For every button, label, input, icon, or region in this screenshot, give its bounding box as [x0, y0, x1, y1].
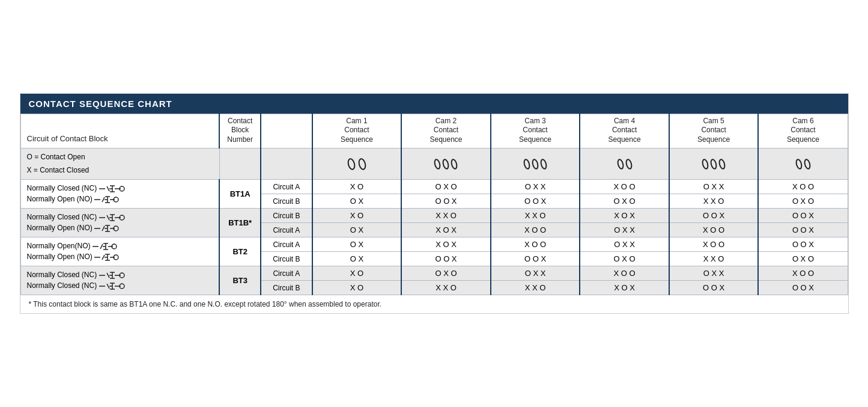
bt2-circuit-b-name: Circuit B	[261, 252, 312, 266]
svg-point-4	[451, 159, 458, 170]
bt2-cam6-b: O X O	[758, 252, 848, 266]
bt3-cam3-b: X X O	[491, 281, 580, 295]
cam-ellipse-icon	[451, 158, 458, 170]
bt1a-cam2-b: O O X	[401, 194, 491, 209]
bt2-cam1-a: O X	[312, 237, 402, 252]
no-circuit-icon	[94, 252, 121, 263]
bt3-circuit-a-name: Circuit A	[261, 266, 312, 281]
table-header-row: Circuit of Contact Block ContactBlockNum…	[20, 114, 848, 148]
bt1a-cam5-a: O X X	[669, 180, 759, 194]
bt3-cam5-a: O X X	[669, 266, 759, 281]
cam2-header: Cam 2ContactSequence	[401, 114, 491, 148]
cam-ellipse-icon	[540, 158, 547, 170]
svg-point-5	[523, 159, 530, 170]
svg-point-14	[804, 159, 811, 170]
bt1a-no-label: Normally Open (NO)	[27, 195, 95, 203]
no-circuit-icon	[93, 241, 119, 252]
bt1a-cam1-a: X O	[312, 180, 402, 194]
bt1b-cam2-b: X O X	[401, 223, 491, 237]
svg-point-6	[532, 159, 539, 170]
bt3-circuit-col: Normally Closed (NC) Normally Closed (NC…	[20, 266, 219, 295]
footnote-text: * This contact block is same as BT1A one…	[20, 295, 848, 313]
cam-ellipse-icon	[523, 158, 530, 170]
bt3-cam3-a: O X X	[491, 266, 580, 281]
bt1b-cam3-a: X X O	[491, 209, 580, 223]
cam-ellipse-icon	[442, 158, 449, 170]
bt1b-circuit-a-name: Circuit B	[261, 209, 312, 223]
bt2-cam2-a: X O X	[401, 237, 491, 252]
bt1a-cam3-b: O O X	[491, 194, 580, 209]
bt2-circuit-a-name: Circuit A	[261, 237, 312, 252]
bt1a-circuit-a-name: Circuit A	[261, 180, 312, 194]
cam5-diagram	[669, 148, 759, 180]
svg-point-1	[358, 158, 366, 170]
svg-line-16	[107, 186, 109, 191]
legend-row: O = Contact OpenX = Contact Closed	[20, 148, 848, 180]
bt2-cam3-a: X O O	[491, 237, 580, 252]
circuit-col-header: Circuit of Contact Block	[20, 114, 219, 148]
legend-text: O = Contact OpenX = Contact Closed	[20, 148, 219, 180]
bt3-block-number: BT3	[219, 266, 261, 295]
nc-circuit-icon	[99, 281, 128, 292]
cam-ellipse-icon	[434, 158, 441, 170]
cam-ellipse-icon	[625, 158, 633, 170]
bt1a-nc-label: Normally Closed (NC)	[27, 184, 99, 192]
bt1b-cam1-a: X O	[312, 209, 402, 223]
svg-line-48	[100, 244, 103, 249]
bt3-circuit-b-name: Circuit B	[261, 281, 312, 295]
bt1b-no-label: Normally Open (NO)	[27, 224, 95, 232]
bt1b-cam3-b: X O O	[491, 223, 580, 237]
bt2-circuit-col: Normally Open(NO) Normally Open (NO)	[20, 237, 219, 266]
bt1a-cam6-a: X O O	[758, 180, 848, 194]
nc-circuit-icon	[99, 183, 128, 194]
cam-ellipse-icon	[710, 158, 717, 170]
bt1a-cam4-b: O X O	[580, 194, 669, 209]
bt2-no2-label: Normally Open (NO)	[27, 252, 95, 261]
bt1b-block-number: BT1B*	[219, 209, 261, 237]
cam-ellipse-icon	[347, 158, 356, 171]
legend-circuit-empty	[261, 148, 312, 180]
cam-label-header	[261, 114, 312, 148]
cam6-header: Cam 6ContactSequence	[758, 114, 848, 148]
bt1b-cam1-b: O X	[312, 223, 402, 237]
svg-point-9	[625, 159, 633, 170]
bt3-cam6-b: O O X	[758, 281, 848, 295]
bt1b-cam5-a: O O X	[669, 209, 759, 223]
bt2-cam5-b: X X O	[669, 252, 759, 266]
svg-point-0	[347, 158, 356, 170]
cam1-diagram	[312, 148, 402, 180]
cam1-header: Cam 1ContactSequence	[312, 114, 402, 148]
bt2-block-number: BT2	[219, 237, 261, 266]
svg-point-10	[702, 159, 709, 170]
bt3-cam6-a: X O O	[758, 266, 848, 281]
chart-title: CONTACT SEQUENCE CHART	[20, 94, 848, 114]
cam6-diagram	[758, 148, 848, 180]
nc-circuit-icon	[99, 212, 128, 223]
bt2-row-a: Normally Open(NO) Normally Open (NO)	[20, 237, 848, 252]
svg-line-24	[102, 197, 105, 202]
bt1a-cam1-b: O X	[312, 194, 402, 209]
svg-point-8	[617, 159, 624, 170]
bt2-cam5-a: X O O	[669, 237, 759, 252]
bt2-cam4-b: O X O	[580, 252, 669, 266]
svg-line-72	[107, 284, 109, 289]
cam3-header: Cam 3ContactSequence	[491, 114, 580, 148]
svg-point-11	[710, 159, 717, 170]
bt1a-block-number: BT1A	[219, 180, 261, 209]
bt3-cam2-b: X X O	[401, 281, 491, 295]
bt3-nc2-label: Normally Closed (NC)	[27, 281, 99, 290]
bt1a-cam4-a: X O O	[580, 180, 669, 194]
bt1a-circuit-col: Normally Closed (NC) Normally Open (NO)	[20, 180, 219, 209]
bt2-cam1-b: O X	[312, 252, 402, 266]
bt1a-row-a: Normally Closed (NC) Normally Open (NO)	[20, 180, 848, 194]
cam4-header: Cam 4ContactSequence	[580, 114, 669, 148]
svg-line-56	[102, 255, 105, 260]
contact-sequence-table: Circuit of Contact Block ContactBlockNum…	[20, 114, 848, 296]
bt2-cam3-b: O O X	[491, 252, 580, 266]
cam-ellipse-icon	[702, 158, 709, 170]
bt1a-cam3-a: O X X	[491, 180, 580, 194]
bt2-cam2-b: O O X	[401, 252, 491, 266]
cam2-diagram	[401, 148, 491, 180]
block-number-header: ContactBlockNumber	[219, 114, 261, 148]
cam4-diagram	[580, 148, 669, 180]
